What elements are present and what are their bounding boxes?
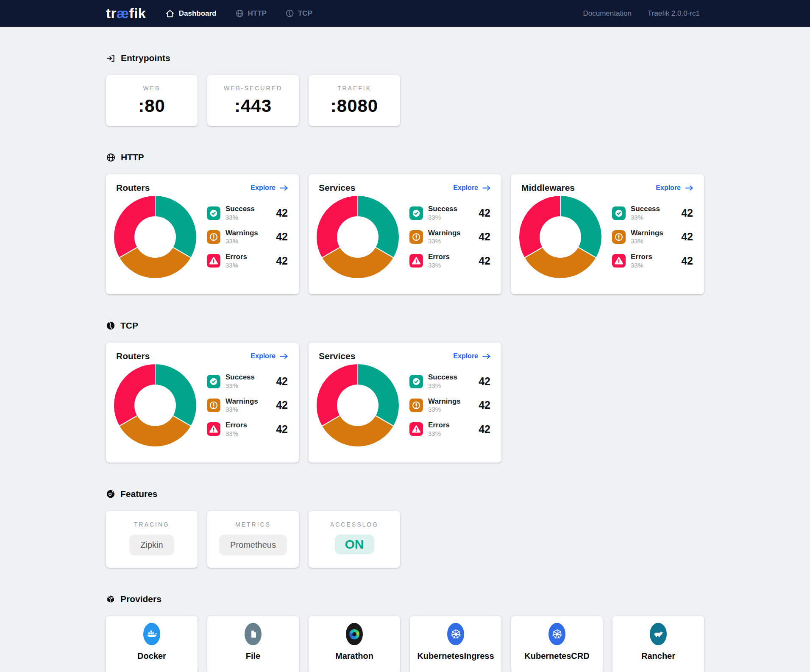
section-title: TCP (120, 321, 138, 331)
http-section-header: HTTP (106, 152, 704, 162)
warning-triangle-icon (409, 422, 423, 436)
marathon-icon (346, 623, 363, 645)
donut-chart (113, 195, 198, 279)
explore-link[interactable]: Explore (656, 184, 694, 192)
nav-item-tcp[interactable]: TCP (285, 9, 312, 18)
entrypoint-card-traefik: TRAEFIK :8080 (309, 75, 400, 126)
card-title: Services (319, 183, 355, 193)
arrow-right-icon (279, 185, 289, 191)
provider-label: KubernetesCRD (524, 651, 589, 661)
provider-card-kubernetes-ingress: KubernetesIngress (410, 616, 501, 672)
legend-row-errors: Errors33% 42 (409, 253, 491, 269)
card-title: Routers (116, 351, 150, 361)
legend-percent: 33% (428, 214, 473, 221)
legend-label: Success (225, 373, 271, 382)
explore-link[interactable]: Explore (251, 184, 289, 192)
provider-card-rancher: Rancher (612, 616, 704, 672)
entrypoint-port: :443 (234, 96, 272, 116)
legend-row-errors: Errors33% 42 (207, 421, 289, 437)
legend-row-warnings: Warnings33% 42 (409, 229, 491, 245)
chart-legend: Success33% 42 Warnings33% 42 Errors33% 4… (207, 205, 289, 269)
section-title: HTTP (121, 152, 144, 162)
http-services-card: Services Explore Success33% 42 War (309, 174, 501, 294)
check-circle-icon (207, 375, 220, 388)
legend-label: Errors (631, 253, 676, 261)
provider-label: KubernetesIngress (417, 651, 494, 661)
legend-percent: 33% (631, 262, 676, 269)
legend-label: Errors (428, 421, 473, 429)
feature-value-pill: Prometheus (219, 535, 287, 555)
legend-label: Success (428, 373, 473, 382)
legend-percent: 33% (225, 237, 271, 245)
check-circle-icon (409, 206, 423, 220)
version-label: Traefik 2.0.0-rc1 (648, 9, 700, 18)
warning-triangle-icon (612, 254, 626, 268)
http-cards: Routers Explore Success33% 42 Warn (106, 174, 704, 294)
donut-chart (113, 363, 198, 448)
legend-row-success: Success33% 42 (207, 373, 289, 389)
kubernetes-wheel-icon (447, 623, 464, 645)
explore-label: Explore (656, 184, 681, 192)
legend-percent: 33% (225, 406, 271, 413)
entrypoint-name: TRAEFIK (337, 85, 371, 92)
legend-value: 42 (479, 231, 491, 243)
tcp-ball-icon (285, 9, 294, 18)
warning-triangle-icon (207, 254, 220, 268)
feature-card-accesslog: ACCESSLOG ON (309, 511, 400, 568)
legend-value: 42 (276, 423, 289, 435)
arrow-right-icon (482, 185, 491, 191)
legend-label: Warnings (428, 229, 473, 237)
legend-value: 42 (276, 375, 289, 388)
providers-section-header: Providers (106, 594, 704, 604)
explore-label: Explore (453, 352, 478, 360)
chart-legend: Success33% 42 Warnings33% 42 Errors33% 4… (409, 373, 491, 437)
legend-value: 42 (276, 207, 289, 219)
arrow-right-icon (482, 353, 491, 360)
legend-row-success: Success33% 42 (207, 205, 289, 221)
explore-link[interactable]: Explore (453, 184, 491, 192)
provider-label: Docker (137, 651, 166, 661)
exclamation-circle-icon (409, 399, 423, 412)
legend-value: 42 (479, 399, 491, 411)
nav-item-http[interactable]: HTTP (235, 9, 267, 18)
section-title: Features (120, 489, 158, 499)
nav-item-dashboard[interactable]: Dashboard (165, 8, 217, 19)
arrow-right-icon (279, 353, 289, 360)
legend-label: Success (631, 205, 676, 213)
tcp-section-header: TCP (106, 321, 704, 331)
entrypoint-name: WEB-SECURED (224, 85, 282, 92)
exclamation-circle-icon (207, 399, 220, 412)
entrypoint-card-web-secured: WEB-SECURED :443 (207, 75, 299, 126)
http-middlewares-card: Middlewares Explore Success33% 42 (511, 174, 704, 294)
legend-label: Warnings (225, 229, 271, 237)
legend-row-warnings: Warnings33% 42 (409, 397, 491, 413)
card-title: Routers (116, 183, 150, 193)
legend-label: Warnings (225, 397, 271, 406)
explore-link[interactable]: Explore (453, 352, 491, 360)
legend-row-success: Success33% 42 (409, 373, 491, 389)
feature-card-metrics: METRICS Prometheus (207, 511, 299, 568)
traefik-logo[interactable]: træfik (106, 6, 146, 22)
documentation-link[interactable]: Documentation (583, 9, 632, 18)
provider-label: Rancher (641, 651, 675, 661)
exclamation-circle-icon (612, 230, 626, 244)
entrypoint-card-web: WEB :80 (106, 75, 198, 126)
tcp-ball-icon (106, 321, 115, 330)
providers-cards: Docker File Marathon KubernetesIngress K… (106, 616, 704, 672)
check-circle-icon (207, 206, 220, 220)
explore-link[interactable]: Explore (251, 352, 289, 360)
legend-row-success: Success33% 42 (409, 205, 491, 221)
legend-label: Warnings (631, 229, 676, 237)
logo-accent-text: æ (117, 6, 129, 21)
chart-legend: Success33% 42 Warnings33% 42 Errors33% 4… (409, 205, 491, 269)
legend-label: Errors (225, 253, 271, 261)
warning-triangle-icon (409, 254, 423, 268)
provider-label: Marathon (335, 651, 373, 661)
legend-value: 42 (681, 231, 694, 243)
tcp-routers-card: Routers Explore Success33% 42 Warn (106, 343, 299, 463)
globe-icon (106, 153, 116, 162)
globe-icon (235, 9, 244, 18)
chart-legend: Success33% 42 Warnings33% 42 Errors33% 4… (207, 373, 289, 437)
legend-percent: 33% (428, 406, 473, 413)
legend-row-success: Success33% 42 (612, 205, 694, 221)
